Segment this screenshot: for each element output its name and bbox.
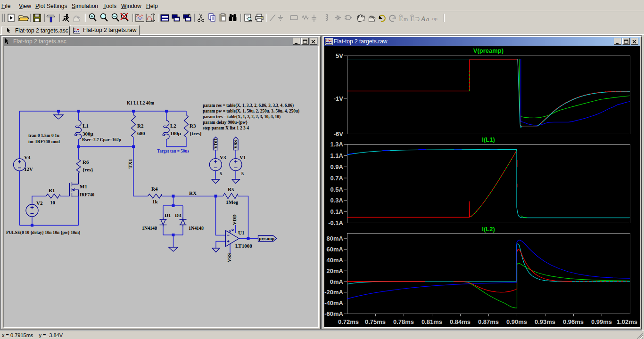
svg-text:0.72ms: 0.72ms [338,318,359,325]
svg-text:300µ: 300µ [83,131,94,137]
svg-text:680: 680 [137,130,145,136]
svg-text:V1: V1 [239,154,246,160]
svg-text:5: 5 [220,170,223,176]
svg-text:{res}: {res} [83,167,93,172]
svg-text:-6V: -6V [334,130,344,137]
svg-text:param delay 900u-{pw}: param delay 900u-{pw} [203,120,248,125]
svg-text:IRF740: IRF740 [80,192,94,197]
svg-text:0.5A: 0.5A [330,186,344,193]
svg-text:R5: R5 [228,186,234,192]
svg-text:0.81ms: 0.81ms [421,318,442,325]
svg-text:0.84ms: 0.84ms [450,318,471,325]
svg-text:a: a [426,16,429,23]
svg-text:VSS: VSS [233,140,238,149]
svg-text:D3: D3 [175,212,182,218]
svg-text:0.90ms: 0.90ms [506,318,527,325]
svg-text:{tres}: {tres} [190,130,202,136]
svg-text:-5: -5 [239,170,244,176]
svg-text:inc IRF740 mod: inc IRF740 mod [28,138,60,144]
svg-text:0.78ms: 0.78ms [393,318,414,325]
svg-text:param pw = table(X, 1, 50u, 2,: param pw = table(X, 1, 50u, 2, 250u, 3, … [203,108,299,114]
svg-text:preamp: preamp [259,236,275,241]
svg-text:VSS: VSS [227,253,232,262]
svg-text:-60mA: -60mA [324,310,343,317]
svg-text:∋: ∋ [415,16,420,23]
svg-text:20mA: 20mA [327,267,344,274]
svg-text:0mA: 0mA [330,278,344,285]
svg-text:1k: 1k [152,199,158,204]
svg-text:V4: V4 [24,154,31,160]
svg-text:R3: R3 [190,123,196,129]
svg-text:0.3A: 0.3A [330,197,344,204]
svg-text:R2: R2 [137,123,144,129]
svg-text:step param X list 1 2 3 4: step param X list 1 2 3 4 [203,125,249,130]
svg-text:40mA: 40mA [327,257,344,264]
svg-text:1Meg: 1Meg [226,199,239,205]
svg-text:10: 10 [50,200,56,205]
svg-text:V2: V2 [36,200,43,206]
svg-text:-20mA: -20mA [324,289,343,296]
svg-text:0.93ms: 0.93ms [535,318,555,325]
svg-text:I(L1): I(L1) [482,136,495,143]
svg-text:K1 L1 L2 40m: K1 L1 L2 40m [127,100,154,105]
svg-text:0.1A: 0.1A [330,208,344,215]
svg-text:0.9A: 0.9A [330,163,344,170]
svg-text:A: A [421,15,426,23]
svg-text:12V: 12V [24,166,33,172]
svg-text:param res = table(X, 1, 3.3, 2: param res = table(X, 1, 3.3, 2, 6.86, 3,… [203,103,294,108]
svg-text:E: E [399,15,403,23]
svg-text:R1: R1 [49,187,55,193]
svg-text:1.1A: 1.1A [330,152,344,159]
svg-text:-40mA: -40mA [324,299,343,307]
svg-text:m: m [404,16,408,23]
svg-text:L2: L2 [170,123,176,129]
svg-text:param tres = table(X, 1, 2, 2,: param tres = table(X, 1, 2, 2, 2, 3, 10,… [203,114,281,120]
svg-text:0.87ms: 0.87ms [478,318,499,325]
svg-text:.op: .op [431,16,438,21]
svg-text:V(preamp): V(preamp) [473,47,504,54]
svg-text:V3: V3 [220,154,226,160]
svg-text:0.96ms: 0.96ms [563,318,584,325]
svg-text:1.02ms: 1.02ms [617,318,637,325]
svg-text:PULSE(0 10 {delay} 10n 10n {pw: PULSE(0 10 {delay} 10n 10n {pw} 10m) [6,229,80,235]
svg-text:VDD: VDD [232,214,237,225]
svg-text:1.3A: 1.3A [330,141,344,148]
svg-text:E: E [410,15,414,23]
svg-text:-0.1A: -0.1A [328,219,343,226]
svg-text:I(L2): I(L2) [482,226,495,233]
svg-text:VDD: VDD [213,138,218,149]
svg-text:D1: D1 [165,212,171,218]
svg-text:0.99ms: 0.99ms [591,318,612,325]
svg-text:1N4148: 1N4148 [189,225,204,231]
svg-text:RX: RX [189,190,197,196]
svg-text:0.75ms: 0.75ms [365,318,386,325]
svg-text:80mA: 80mA [327,235,344,242]
svg-text:tran 0 1.5m 0 1u: tran 0 1.5m 0 1u [28,132,59,138]
svg-text:LT1008: LT1008 [235,243,252,249]
svg-text:U1: U1 [238,230,244,235]
svg-text:TX1: TX1 [127,159,133,169]
svg-text:M1: M1 [80,184,87,189]
svg-text:5V: 5V [336,52,343,59]
svg-text:R6: R6 [83,159,89,165]
svg-text:L1: L1 [83,123,89,129]
svg-text:1N4148: 1N4148 [142,225,157,231]
svg-text:Rser=2.7 Cpar=162p: Rser=2.7 Cpar=162p [82,137,121,142]
svg-text:Target tau = 50us: Target tau = 50us [157,148,190,153]
svg-text:0.7A: 0.7A [330,175,344,182]
svg-text:R4: R4 [151,186,158,192]
svg-text:100µ: 100µ [170,130,182,136]
svg-text:-1V: -1V [334,95,344,102]
svg-text:60mA: 60mA [327,246,344,253]
